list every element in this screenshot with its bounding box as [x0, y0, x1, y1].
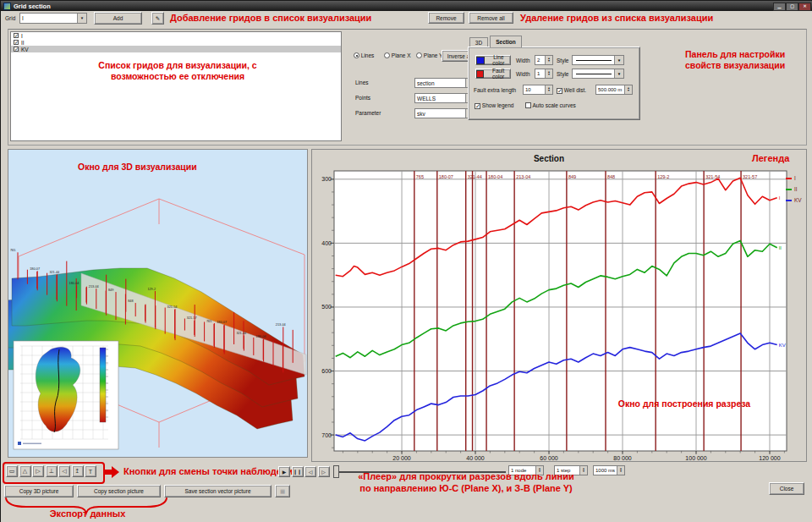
- export-extra-button[interactable]: ▦: [275, 485, 290, 497]
- legend-item: KV: [786, 195, 808, 206]
- list-item[interactable]: ✓KV: [11, 46, 341, 52]
- grid-section-window: Grid section ▁ ▢ ✕ Grid I▼ Add ✎ Добавле…: [0, 0, 812, 522]
- annotation-view-buttons-box: [3, 462, 105, 484]
- chevron-down-icon[interactable]: ▼: [77, 14, 86, 23]
- selector-label: Parameter: [355, 110, 381, 116]
- pencil-icon: ✎: [156, 15, 160, 22]
- svg-text:849: 849: [108, 288, 113, 292]
- list-item[interactable]: ✓II: [11, 39, 341, 46]
- legend-item: II: [786, 184, 808, 195]
- fault-extra-label: Fault extra length: [474, 87, 516, 93]
- svg-text:321-44: 321-44: [236, 332, 246, 335]
- section-chart: 30040050060070020 00040 00060 00080 0001…: [312, 150, 806, 461]
- well-label: 321-57: [743, 174, 757, 179]
- list-item[interactable]: ✓I: [11, 32, 341, 39]
- svg-text:20 000: 20 000: [392, 455, 411, 461]
- well-label: 129-2: [657, 174, 669, 179]
- fault-style-label: Style: [557, 71, 568, 77]
- svg-text:213-04: 213-04: [276, 323, 286, 327]
- line-width-spinner[interactable]: 2▲▼: [535, 55, 553, 65]
- well-label: 180-04: [488, 174, 502, 179]
- app-icon: [3, 3, 11, 10]
- annotation-section-window: Окно для построения разреза: [608, 398, 760, 409]
- save-section-vector-picture-button[interactable]: Save section vector picture: [164, 485, 272, 497]
- checkbox[interactable]: ✓: [14, 47, 19, 52]
- fault-width-spinner[interactable]: 1▲▼: [535, 69, 553, 79]
- add-button[interactable]: Add: [94, 12, 142, 25]
- line-style-combo[interactable]: ▼: [572, 55, 624, 65]
- annotation-player-1: «Плеер» для прокрутки разрезов вдоль лин…: [326, 471, 606, 483]
- play-button[interactable]: ▶: [278, 466, 290, 477]
- chevron-down-icon[interactable]: ▼: [614, 69, 623, 78]
- line-style-label: Style: [557, 58, 568, 63]
- svg-text:180-04: 180-04: [256, 335, 266, 338]
- svg-text:180-04: 180-04: [69, 282, 80, 285]
- remove-all-button[interactable]: Remove all: [469, 12, 513, 24]
- line-width-label: Width: [516, 58, 530, 63]
- svg-text:848: 848: [128, 299, 133, 303]
- svg-text:213-04: 213-04: [89, 285, 99, 288]
- well-dist-spinner[interactable]: 500.000 m▲▼: [595, 85, 633, 95]
- legend-item: I: [786, 173, 808, 184]
- svg-text:KV: KV: [779, 343, 786, 348]
- svg-text:180-07: 180-07: [30, 267, 40, 271]
- fault-color-button[interactable]: Fault color: [475, 69, 511, 79]
- top-strip: ✓I✓II✓KV Список гридов для визуализации,…: [8, 29, 807, 146]
- well-label: 321-44: [468, 174, 482, 179]
- grid-listbox[interactable]: ✓I✓II✓KV: [10, 31, 342, 141]
- annotation-add-grids: Добавление гридов в список визуализации: [170, 13, 371, 25]
- view-3d-panel[interactable]: 765180-07321-44180-04213-04849848129-232…: [8, 149, 308, 458]
- colorbar: [100, 348, 106, 422]
- well-label: 765: [416, 174, 424, 179]
- radio-lines[interactable]: Lines: [354, 52, 374, 58]
- svg-text:80 000: 80 000: [613, 455, 632, 461]
- show-legend-checkbox[interactable]: ✓ Show legend: [475, 102, 513, 109]
- svg-text:40 000: 40 000: [466, 455, 485, 461]
- minimize-button[interactable]: ▁: [773, 3, 786, 11]
- svg-text:321-54: 321-54: [167, 305, 178, 309]
- pause-button[interactable]: ❙❙: [292, 466, 304, 477]
- svg-text:129-2: 129-2: [147, 288, 156, 291]
- svg-text:60 000: 60 000: [540, 455, 558, 461]
- annotation-view-buttons: Кнопки для смены точки наблюдения: [123, 466, 299, 478]
- edit-button[interactable]: ✎: [151, 12, 164, 25]
- auto-scale-checkbox[interactable]: Auto scale curves: [525, 102, 576, 108]
- grid-combobox[interactable]: I▼: [19, 13, 87, 24]
- well-label: 180-07: [439, 174, 453, 179]
- checkbox[interactable]: ✓: [14, 40, 19, 45]
- parameter-combobox[interactable]: skv▼: [414, 108, 475, 118]
- terrain-3d-scene: 765180-07321-44180-04213-04849848129-232…: [8, 150, 307, 457]
- fault-style-combo[interactable]: ▼: [572, 69, 624, 79]
- section-tab-panel: Line color Width 2▲▼ Style ▼ Fault color…: [468, 47, 640, 120]
- chart-legend: IIIKV: [786, 173, 808, 206]
- well-label: 849: [568, 174, 576, 179]
- fault-extra-spinner[interactable]: 10▲▼: [523, 85, 553, 95]
- radio-plane-x[interactable]: Plane X: [384, 52, 411, 58]
- annotation-export: Экспорт данных: [35, 508, 140, 520]
- mini-map-inset: [14, 341, 118, 449]
- svg-text:120 000: 120 000: [759, 455, 780, 461]
- maximize-button[interactable]: ▢: [786, 3, 798, 11]
- annotation-remove-grids: Удаление гридов из списка визуализации: [520, 13, 713, 25]
- title-bar: Grid section ▁ ▢ ✕: [1, 1, 812, 11]
- chevron-down-icon[interactable]: ▼: [614, 56, 623, 64]
- step-back-button[interactable]: ◁: [304, 466, 316, 477]
- section-panel: Section Легенда 30040050060070020 00040 …: [311, 149, 807, 462]
- close-window-button[interactable]: ✕: [798, 3, 811, 11]
- tab-section[interactable]: Section: [490, 36, 522, 47]
- points-combobox[interactable]: WELLS▼: [414, 93, 475, 103]
- lines-combobox[interactable]: section▼: [414, 78, 475, 88]
- well-label: 848: [607, 174, 615, 179]
- remove-button[interactable]: Remove: [428, 12, 464, 24]
- fault-width-label: Width: [516, 71, 530, 77]
- svg-text:321-44: 321-44: [49, 271, 59, 274]
- checkbox[interactable]: ✓: [14, 33, 19, 38]
- line-color-button[interactable]: Line color: [475, 55, 511, 65]
- svg-text:180-07: 180-07: [217, 321, 227, 324]
- arrow-right-icon: [102, 464, 122, 480]
- well-dist-checkbox[interactable]: ✓ Well dist.: [557, 87, 586, 94]
- close-button[interactable]: Close: [769, 482, 804, 495]
- fault-color-swatch: [476, 70, 484, 78]
- annotation-player-2: по направлению Ю-С (Plane X), и З-В (Pla…: [326, 483, 606, 495]
- radio-plane-y[interactable]: Plane Y: [416, 52, 442, 58]
